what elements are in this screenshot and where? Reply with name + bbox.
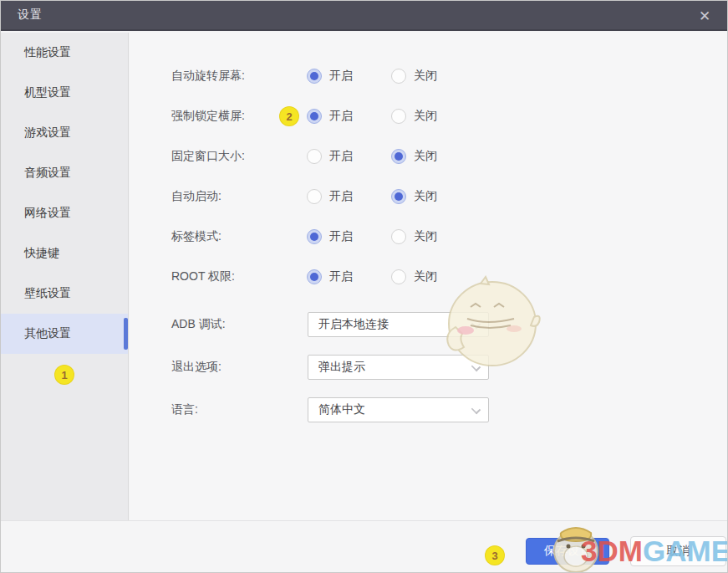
radio-icon: [391, 149, 406, 164]
setting-label: 标签模式:: [171, 229, 272, 244]
radio-label: 开启: [329, 189, 353, 204]
sidebar-item-network[interactable]: 网络设置: [1, 193, 128, 233]
row-auto-rotate: 自动旋转屏幕: 开启 关闭: [130, 56, 728, 96]
radio-off[interactable]: 关闭: [391, 229, 476, 244]
setting-label: 自动旋转屏幕:: [171, 69, 272, 84]
radio-icon: [307, 229, 322, 244]
row-language: 语言: 简体中文: [130, 388, 728, 431]
setting-label: 固定窗口大小:: [171, 149, 272, 164]
radio-label: 关闭: [414, 149, 437, 164]
radio-icon: [307, 269, 322, 284]
setting-label: ROOT 权限:: [171, 269, 272, 284]
row-adb-debug: ADB 调试: 开启本地连接: [130, 303, 728, 345]
sidebar-item-device-model[interactable]: 机型设置: [1, 73, 128, 113]
sidebar-item-label: 快捷键: [24, 246, 59, 261]
sidebar-item-label: 壁纸设置: [24, 286, 71, 301]
radio-icon: [307, 149, 322, 164]
radio-icon: [391, 69, 406, 84]
radio-label: 开启: [329, 229, 353, 244]
row-fixed-window-size: 固定窗口大小: 开启 关闭: [130, 136, 728, 177]
radio-off[interactable]: 关闭: [391, 149, 476, 164]
radio-on[interactable]: 开启: [307, 229, 391, 244]
adb-debug-select[interactable]: 开启本地连接: [308, 312, 489, 337]
radio-label: 开启: [329, 149, 353, 164]
step-badge-1: 1: [55, 366, 74, 384]
radio-label: 开启: [329, 109, 353, 124]
row-force-landscape: 强制锁定横屏: 2 开启 关闭: [130, 96, 728, 136]
radio-icon: [307, 189, 322, 204]
radio-label: 关闭: [414, 109, 437, 124]
sidebar-item-label: 机型设置: [24, 85, 71, 100]
radio-off[interactable]: 关闭: [391, 269, 476, 284]
radio-on[interactable]: 开启: [307, 69, 391, 84]
radio-label: 开启: [329, 269, 353, 284]
language-select[interactable]: 简体中文: [308, 397, 489, 422]
sidebar-item-label: 网络设置: [24, 206, 71, 221]
cancel-button-label: 取消: [667, 544, 690, 559]
title-bar: 设置 ✕: [1, 1, 728, 31]
chevron-down-icon: [471, 404, 481, 413]
setting-label: 自动启动:: [171, 189, 272, 204]
sidebar-item-shortcuts[interactable]: 快捷键: [1, 233, 128, 274]
sidebar-item-label: 其他设置: [24, 326, 71, 341]
sidebar-item-game[interactable]: 游戏设置: [1, 113, 128, 153]
chevron-down-icon: [471, 319, 481, 328]
select-value: 开启本地连接: [318, 317, 389, 332]
save-button-label: 保存设置: [544, 544, 591, 559]
radio-icon: [391, 109, 406, 124]
close-icon[interactable]: ✕: [692, 1, 717, 31]
sidebar-item-performance[interactable]: 性能设置: [1, 33, 128, 73]
settings-form: 自动旋转屏幕: 开启 关闭 强制锁定横屏: 2 开启 关闭 固定窗口大小: 开启…: [130, 33, 728, 431]
row-auto-start: 自动启动: 开启 关闭: [130, 177, 728, 217]
radio-off[interactable]: 关闭: [391, 109, 476, 124]
setting-label: 退出选项:: [171, 360, 272, 375]
radio-icon: [391, 229, 406, 244]
sidebar-item-other[interactable]: 其他设置: [1, 314, 128, 354]
radio-on[interactable]: 开启: [307, 149, 391, 164]
footer-bar: 3 保存设置 取消 3DMGAME: [1, 520, 728, 573]
sidebar-item-label: 音频设置: [24, 166, 71, 181]
radio-icon: [307, 69, 322, 84]
radio-on[interactable]: 开启: [307, 189, 391, 204]
radio-on[interactable]: 开启: [307, 269, 391, 284]
settings-panel: 自动旋转屏幕: 开启 关闭 强制锁定横屏: 2 开启 关闭 固定窗口大小: 开启…: [130, 33, 728, 520]
dialog-title: 设置: [18, 8, 43, 23]
radio-off[interactable]: 关闭: [391, 69, 476, 84]
sidebar-item-audio[interactable]: 音频设置: [1, 153, 128, 193]
step-badge-3: 3: [486, 546, 504, 565]
row-root-permission: ROOT 权限: 开启 关闭: [130, 257, 728, 297]
sidebar: 性能设置 机型设置 游戏设置 音频设置 网络设置 快捷键 壁纸设置 其他设置 1: [1, 33, 129, 520]
radio-label: 关闭: [414, 69, 437, 84]
select-value: 弹出提示: [318, 360, 365, 375]
cancel-button[interactable]: 取消: [630, 536, 726, 566]
radio-on[interactable]: 开启: [307, 109, 391, 124]
radio-label: 开启: [329, 69, 353, 84]
radio-icon: [307, 109, 322, 124]
setting-label: 强制锁定横屏:: [171, 109, 272, 124]
exit-option-select[interactable]: 弹出提示: [308, 355, 489, 380]
row-tab-mode: 标签模式: 开启 关闭: [130, 217, 728, 257]
sidebar-item-label: 性能设置: [24, 45, 71, 60]
settings-dialog: 设置 ✕ 性能设置 机型设置 游戏设置 音频设置 网络设置 快捷键 壁纸设置 其…: [0, 0, 728, 573]
sidebar-item-label: 游戏设置: [24, 125, 71, 141]
radio-label: 关闭: [414, 229, 437, 244]
radio-label: 关闭: [414, 269, 437, 284]
radio-off[interactable]: 关闭: [391, 189, 476, 204]
radio-icon: [391, 189, 406, 204]
setting-label: ADB 调试:: [171, 317, 272, 332]
select-value: 简体中文: [318, 402, 365, 417]
row-exit-option: 退出选项: 弹出提示: [130, 345, 728, 388]
chevron-down-icon: [471, 361, 481, 371]
step-badge-2: 2: [280, 107, 298, 125]
sidebar-item-wallpaper[interactable]: 壁纸设置: [1, 274, 128, 314]
setting-label: 语言:: [171, 402, 272, 417]
radio-icon: [391, 269, 406, 284]
radio-label: 关闭: [414, 189, 437, 204]
save-button[interactable]: 保存设置: [526, 538, 609, 565]
